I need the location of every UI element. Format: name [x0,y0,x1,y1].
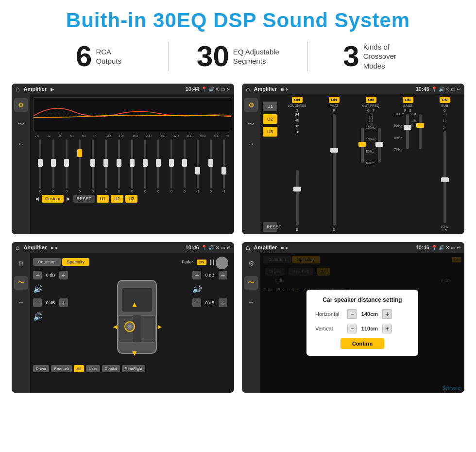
rear-right-button[interactable]: RearRight [122,365,145,372]
horizontal-minus-button[interactable]: − [347,309,357,319]
screen-speaker: ⌂ Amplifier ■ ● 10:46 📍 🔊 ✕ ▭ ↩ ⚙ 〜 ↔ Co… [12,242,234,393]
plus-btn-3[interactable]: + [219,271,227,279]
speaker-left-icon-2: 🔊 [33,312,43,321]
u3-amp-button[interactable]: U3 [263,127,277,137]
sidebar-wave-icon[interactable]: 〜 [14,118,28,131]
eq-slider-3[interactable]: 0 [61,139,72,193]
sub-slider[interactable] [443,131,446,223]
u2-amp-button[interactable]: U2 [263,114,277,124]
next-icon[interactable]: ► [66,195,71,202]
bass-on-button[interactable]: ON [403,97,413,103]
eq-slider-8[interactable]: 0 [127,139,137,193]
cutfreq-sliders: 120Hz100Hz80Hz60Hz [361,126,380,165]
minus-btn-1[interactable]: − [33,271,42,279]
minus-btn-2[interactable]: − [33,298,42,307]
left-controls: − 0 dB + 🔊 − 0 dB + 🔊 [33,271,82,363]
eq-slider-10[interactable]: 0 [153,139,164,193]
eq-slider-11[interactable]: 0 [166,139,177,193]
plus-btn-1[interactable]: + [59,271,68,279]
cutfreq-on-button[interactable]: ON [366,97,376,103]
speaker-left-icon: 🔊 [33,284,43,294]
reset-amp-button[interactable]: RESET [263,222,277,232]
eq-slider-9[interactable]: 0 [140,139,151,193]
sidebar-arrow-icon-4[interactable]: ↔ [244,296,258,309]
home-icon-3: ⌂ [16,243,19,251]
sub-on-button[interactable]: ON [440,97,450,103]
prev-icon[interactable]: ◄ [34,195,40,202]
horizontal-plus-button[interactable]: + [382,309,392,319]
stat-eq: 30 EQ AdjustableSegments [169,42,307,71]
home-icon-2: ⌂ [246,85,250,93]
cutfreq-channel: ON CUT FREQ G F 3.02.11.30.5 120Hz100Hz8… [354,97,388,232]
sidebar-eq-icon-4[interactable]: ⚙ [244,257,258,270]
minus-btn-3[interactable]: − [192,271,201,279]
eq-slider-2[interactable]: 0 [48,139,59,193]
vertical-plus-button[interactable]: + [382,324,392,333]
eq-slider-1[interactable]: 0 [35,139,46,193]
sidebar-eq-icon[interactable]: ⚙ [14,98,28,112]
sidebar-wave-icon-3[interactable]: 〜 [14,276,28,290]
control-row-1: − 0 dB + [33,271,82,279]
screen2-sidebar: ⚙ 〜 ↔ [242,94,260,234]
confirm-button[interactable]: Confirm [340,338,384,349]
rear-left-button[interactable]: RearLeft [51,365,72,372]
common-tab[interactable]: Common [33,258,61,266]
horizontal-label: Horizontal [315,311,344,317]
eq-slider-15[interactable]: -1 [219,139,229,193]
stat-eq-label: EQ AdjustableSegments [233,47,279,66]
eq-slider-5[interactable]: 0 [87,139,98,193]
phat-slider[interactable] [333,114,336,226]
eq-slider-12[interactable]: 0 [179,139,190,193]
screen4-sidebar: ⚙ 〜 ↔ [242,253,260,393]
svg-text:►: ► [156,323,163,330]
speaker-icon-row: 🔊 [33,284,82,294]
sidebar-wave-icon-4[interactable]: 〜 [244,276,258,290]
screen3-inner: ⚙ 〜 ↔ Common Specialty Fader ON ||| [12,253,234,393]
plus-btn-4[interactable]: + [219,298,227,307]
loudness-on-button[interactable]: ON [292,97,303,103]
user-button[interactable]: User [86,365,100,372]
phat-on-button[interactable]: ON [329,97,340,103]
cutfreq-slider-g[interactable] [361,128,364,163]
bass-slider-f[interactable] [406,114,409,149]
reset-button[interactable]: RESET [73,195,95,203]
cutfreq-slider-f[interactable] [378,128,381,163]
specialty-tab[interactable]: Specialty [62,258,90,266]
sidebar-wave-icon-2[interactable]: 〜 [244,118,258,131]
u1-button[interactable]: U1 [97,195,109,203]
speaker-bottom-buttons: Driver RearLeft All User Copilot RearRig… [33,365,231,372]
eq-slider-4[interactable]: 5 [74,139,85,193]
bass-slider-g[interactable] [419,114,422,149]
val-3: 0 dB [203,273,217,278]
eq-slider-6[interactable]: 0 [101,139,111,193]
sidebar-arrow-icon[interactable]: ↔ [14,137,28,151]
u1-amp-button[interactable]: U1 [263,102,277,111]
avatar-button[interactable] [216,257,228,269]
stat-crossover-label: Kinds ofCrossover Modes [363,42,412,71]
copilot-button[interactable]: Copilot [102,365,120,372]
sidebar-arrow-icon-3[interactable]: ↔ [14,296,28,309]
sidebar-eq-icon-3[interactable]: ⚙ [14,257,28,270]
driver-button[interactable]: Driver [33,365,49,372]
minus-btn-4[interactable]: − [192,298,201,307]
screen4-status-bar: ⌂ Amplifier ■ ● 10:46 📍 🔊 ✕ ▭ ↩ [242,242,464,253]
custom-button[interactable]: Custom [42,195,64,203]
loudness-slider[interactable] [296,170,299,226]
u2-button[interactable]: U2 [111,195,123,203]
screen3-main: Common Specialty Fader ON ||| − 0 dB + [30,253,234,393]
eq-slider-7[interactable]: 0 [114,139,124,193]
stat-crossover-number: 3 [343,42,359,71]
screen1-title: Amplifier [23,86,47,92]
val-1: 0 dB [43,273,58,278]
sidebar-eq-icon-2[interactable]: ⚙ [244,98,258,112]
plus-btn-2[interactable]: + [59,298,68,307]
eq-slider-13[interactable]: -1 [192,139,203,193]
speaker-tabs: Common Specialty Fader ON ||| [33,256,231,268]
vertical-minus-button[interactable]: − [347,324,357,333]
all-button[interactable]: All [74,365,84,372]
screen1-inner: ⚙ 〜 ↔ 2532405063 80100125160200 25032040… [12,94,234,234]
sidebar-arrow-icon-2[interactable]: ↔ [244,137,258,151]
eq-slider-14[interactable]: 0 [205,139,216,193]
u3-button[interactable]: U3 [125,195,138,203]
u-buttons-col: U1 U2 U3 RESET [263,97,277,232]
